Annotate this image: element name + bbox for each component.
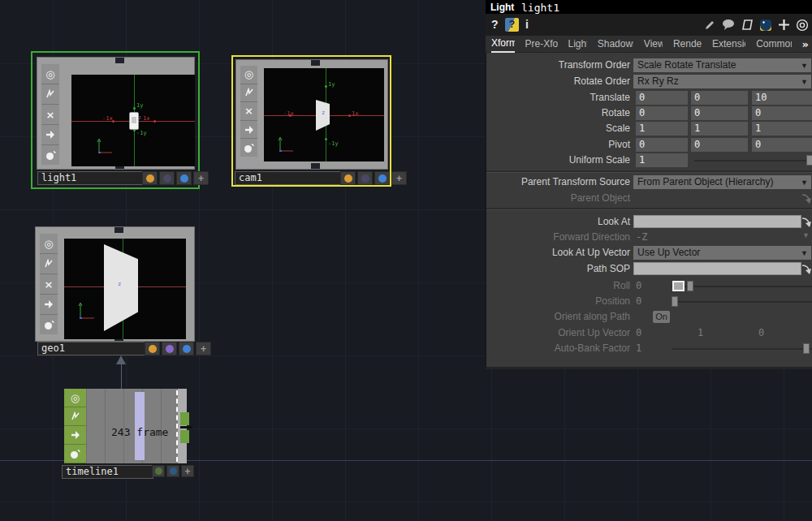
input-connector[interactable] (311, 60, 320, 66)
slider-handle[interactable] (687, 281, 693, 291)
node-add-button[interactable]: + (181, 465, 194, 477)
node-wire[interactable] (121, 364, 122, 390)
node-name-field[interactable]: light1 (37, 171, 146, 185)
bypass-flag-icon[interactable] (64, 407, 86, 426)
tab-common[interactable]: Common (756, 37, 791, 52)
bomb-flag-icon[interactable] (240, 139, 257, 157)
node-color-orange[interactable] (340, 171, 356, 185)
look-at-field[interactable] (633, 215, 801, 228)
translate-x-field[interactable]: 0 (636, 91, 688, 105)
scale-x-field[interactable]: 1 (636, 122, 688, 136)
node-name-field[interactable]: geo1 (37, 342, 147, 355)
help-button[interactable]: ? (491, 18, 499, 31)
node-color-green[interactable] (152, 465, 165, 477)
node-color-orange[interactable] (145, 342, 160, 355)
viewer-flag-icon[interactable]: ◎ (64, 389, 86, 407)
slider-handle[interactable] (806, 155, 812, 166)
orient-along-path-toggle[interactable]: On (653, 311, 670, 323)
tab-shadows[interactable]: Shadows (598, 37, 633, 52)
comment-bubble-icon[interactable] (722, 19, 736, 31)
viewer-flag-icon[interactable]: ◎ (40, 234, 58, 254)
node-picker-arrow-icon[interactable] (801, 192, 812, 205)
delete-flag-icon[interactable]: × (240, 102, 257, 121)
add-plus-icon[interactable] (778, 19, 790, 31)
rotate-order-dropdown[interactable]: Rx Ry Rz ▼ (633, 75, 811, 88)
uniform-scale-field[interactable]: 1 (636, 153, 688, 167)
scale-z-field[interactable]: 1 (752, 122, 812, 136)
bypass-flag-icon[interactable] (240, 84, 257, 103)
slider-handle-highlighted[interactable] (672, 281, 685, 291)
bomb-flag-icon[interactable] (41, 145, 59, 165)
bomb-flag-icon[interactable] (64, 445, 86, 463)
node-color-purple[interactable] (162, 342, 177, 355)
auto-bank-slider[interactable] (672, 348, 812, 350)
target-icon[interactable] (796, 19, 809, 32)
path-sop-field[interactable] (633, 262, 801, 275)
tab-render[interactable]: Render (673, 37, 702, 52)
translate-z-field[interactable]: 10 (752, 91, 812, 105)
scale-y-field[interactable]: 1 (691, 122, 748, 136)
node-add-button[interactable]: + (391, 171, 407, 185)
input-connector[interactable] (115, 58, 124, 63)
translate-y-field[interactable]: 0 (691, 91, 748, 105)
input-connector[interactable] (114, 227, 123, 233)
export-flag-icon[interactable] (64, 426, 86, 445)
pivot-y-field[interactable]: 0 (691, 138, 748, 152)
export-flag-icon[interactable] (41, 125, 59, 145)
python-help-button[interactable]: ? (505, 18, 519, 32)
rotate-x-field[interactable]: 0 (636, 106, 688, 120)
node-color-purple[interactable] (159, 171, 175, 185)
edit-pencil-icon[interactable] (703, 19, 716, 32)
node-color-blue[interactable] (166, 465, 179, 477)
python-icon[interactable] (759, 19, 772, 32)
node-picker-arrow-icon[interactable] (801, 263, 812, 275)
node-color-blue[interactable] (179, 342, 194, 355)
pivot-x-field[interactable]: 0 (636, 138, 688, 152)
tabs-overflow-button[interactable]: » (802, 38, 809, 50)
position-slider[interactable] (672, 301, 812, 303)
chevron-down-icon: ▼ (801, 59, 808, 73)
look-at-up-vector-dropdown[interactable]: Use Up Vector ▼ (633, 246, 811, 260)
bypass-flag-icon[interactable] (41, 84, 59, 105)
delete-flag-icon[interactable]: × (41, 105, 59, 125)
tab-pre-xform[interactable]: Pre-Xfor (525, 37, 558, 52)
node-light1[interactable]: ◎ × -1x 1x 1y -1y z (31, 51, 200, 189)
tab-light[interactable]: Light (568, 37, 587, 52)
node-timeline1[interactable]: ◎ 243 frame timeline1 + (62, 389, 196, 480)
uniform-scale-slider[interactable] (694, 160, 812, 161)
node-add-button[interactable]: + (196, 342, 211, 355)
pivot-z-field[interactable]: 0 (752, 138, 812, 152)
transform-order-dropdown[interactable]: Scale Rotate Translate ▼ (633, 58, 811, 72)
rotate-y-field[interactable]: 0 (691, 106, 748, 120)
viewer-flag-icon[interactable]: ◎ (240, 66, 257, 84)
node-add-button[interactable]: + (193, 171, 209, 185)
delete-flag-icon[interactable]: × (40, 274, 58, 295)
bomb-flag-icon[interactable] (40, 315, 58, 334)
node-name-field[interactable]: timeline1 (62, 465, 153, 479)
node-color-orange[interactable] (142, 171, 158, 185)
node-color-blue[interactable] (374, 171, 390, 185)
tab-xform[interactable]: Xform (491, 36, 515, 53)
parent-transform-source-dropdown[interactable]: From Parent Object (Hierarchy) ▼ (633, 175, 811, 189)
rotate-z-field[interactable]: 0 (752, 106, 812, 120)
node-picker-arrow-icon[interactable] (801, 216, 812, 228)
viewer-flag-icon[interactable]: ◎ (41, 64, 59, 84)
slider-handle[interactable] (803, 343, 810, 354)
page-flag-icon[interactable] (741, 19, 754, 32)
node-color-blue[interactable] (176, 171, 192, 185)
node-cam1[interactable]: ◎ × -1x 1x 1y -1y z (231, 55, 391, 187)
tab-view[interactable]: View (644, 37, 663, 52)
bypass-flag-icon[interactable] (40, 254, 58, 274)
slider-handle[interactable] (672, 296, 678, 307)
node-geo1[interactable]: ◎ × z geo1 + (33, 225, 193, 356)
output-connector[interactable] (311, 163, 320, 169)
node-name-field[interactable]: cam1 (235, 171, 343, 185)
info-button[interactable]: i (525, 18, 529, 31)
output-connector[interactable] (180, 412, 189, 425)
export-flag-icon[interactable] (40, 295, 58, 315)
operator-name-field[interactable]: light1 (521, 2, 559, 14)
export-flag-icon[interactable] (240, 121, 257, 140)
tab-extensions[interactable]: Extensio (712, 37, 745, 52)
output-connector[interactable] (180, 430, 189, 443)
node-color-purple[interactable] (357, 171, 373, 185)
